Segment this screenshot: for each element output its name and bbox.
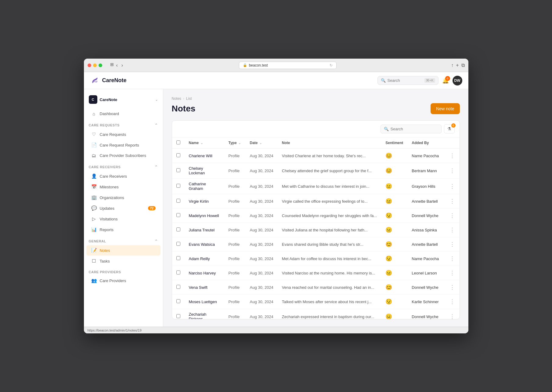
sidebar-item-label: Care Request Reports [100, 143, 139, 147]
cell-added-by-2: Grayson Hills [407, 179, 444, 194]
minimize-button[interactable] [93, 64, 97, 67]
row-checkbox-5[interactable] [176, 227, 180, 231]
app-layout: CareNote 🔍 ⌘+K 🔔 0 DW C [84, 72, 468, 333]
sidebar-org[interactable]: C CareNote ⌄ [84, 93, 163, 106]
table-search[interactable]: 🔍 [381, 125, 442, 133]
user-avatar[interactable]: DW [453, 76, 462, 85]
general-collapse-button[interactable]: ⌃ [154, 239, 158, 244]
cell-type-10: Profile [224, 295, 246, 309]
sidebar-item-dashboard[interactable]: ⌂ Dashboard [86, 109, 161, 119]
tabs-icon[interactable]: ⧉ [461, 63, 465, 68]
row-actions-button-9[interactable]: ⋮ [448, 283, 456, 291]
dashboard-icon: ⌂ [91, 111, 97, 116]
table-row: Chelsey Lockman Profile Aug 30, 2024 Che… [172, 163, 460, 179]
row-checkbox-6[interactable] [176, 242, 180, 246]
row-checkbox-1[interactable] [176, 168, 180, 172]
row-checkbox-8[interactable] [176, 270, 180, 274]
care-requests-collapse-button[interactable]: ⌃ [154, 123, 158, 128]
back-button[interactable]: ‹ [115, 62, 119, 69]
add-tab-icon[interactable]: + [456, 63, 459, 68]
search-input[interactable] [388, 78, 423, 83]
breadcrumb: Notes › List [172, 96, 460, 101]
reports-icon: 📊 [91, 227, 97, 232]
row-actions-button-0[interactable]: ⋮ [448, 152, 456, 160]
breadcrumb-root[interactable]: Notes [172, 96, 181, 101]
sidebar-item-care-provider-subscribers[interactable]: 🗂 Care Provider Subscribers [86, 151, 161, 161]
row-actions-button-6[interactable]: ⋮ [448, 240, 456, 248]
cell-sentiment-10: 😟 [381, 295, 407, 309]
logo-icon [90, 76, 100, 85]
sidebar-toggle-icon[interactable]: ⊞ [110, 62, 114, 69]
table-search-input[interactable] [391, 127, 438, 131]
row-actions-button-8[interactable]: ⋮ [448, 269, 456, 277]
row-checkbox-7[interactable] [176, 256, 180, 260]
care-receivers-collapse-button[interactable]: ⌃ [154, 165, 158, 169]
sentiment-icon-3: 😐 [385, 198, 392, 204]
new-note-button[interactable]: New note [431, 103, 460, 114]
row-actions-button-11[interactable]: ⋮ [448, 313, 456, 319]
col-header-type[interactable]: Type ⌄ [224, 137, 246, 149]
sidebar-item-care-providers[interactable]: 👥 Care Providers [86, 275, 161, 286]
close-button[interactable] [88, 64, 91, 67]
sidebar-item-updates[interactable]: 💬 Updates 72 [86, 203, 161, 213]
share-icon[interactable]: ↑ [451, 63, 453, 68]
updates-icon: 💬 [91, 205, 97, 211]
notes-icon: 📝 [91, 248, 97, 253]
sidebar-item-visitations[interactable]: ▷ Visitations [86, 214, 161, 224]
row-actions-button-3[interactable]: ⋮ [448, 197, 456, 205]
cell-note-4: Counseled Madelynn regarding her struggl… [278, 209, 381, 223]
sidebar-item-tasks[interactable]: ☐ Tasks [86, 256, 161, 266]
row-checkbox-9[interactable] [176, 285, 180, 289]
table-row: Zechariah Dickens Profile Aug 30, 2024 Z… [172, 309, 460, 319]
app-header: CareNote 🔍 ⌘+K 🔔 0 DW [84, 72, 468, 89]
table-row: Virgie Kirlin Profile Aug 30, 2024 Virgi… [172, 194, 460, 209]
sort-name-icon: ⌄ [200, 141, 203, 145]
col-header-sentiment: Sentiment [381, 137, 407, 149]
org-chevron-icon: ⌄ [155, 97, 158, 102]
header-search[interactable]: 🔍 ⌘+K [377, 76, 438, 85]
sidebar-item-label: Updates [100, 206, 114, 211]
row-actions-button-1[interactable]: ⋮ [448, 167, 456, 175]
row-checkbox-0[interactable] [176, 153, 180, 157]
col-header-date[interactable]: Date ⌄ [246, 137, 278, 149]
row-actions-button-4[interactable]: ⋮ [448, 212, 456, 220]
sidebar-item-reports[interactable]: 📊 Reports [86, 224, 161, 235]
row-checkbox-2[interactable] [176, 184, 180, 188]
row-checkbox-11[interactable] [176, 314, 180, 318]
breadcrumb-separator: › [183, 96, 184, 101]
url-bar[interactable]: 🔒 beacon.test ↻ [239, 62, 337, 69]
sidebar-item-notes[interactable]: 📝 Notes [86, 245, 161, 256]
row-checkbox-10[interactable] [176, 299, 180, 303]
row-actions-button-10[interactable]: ⋮ [448, 298, 456, 306]
table-body: Charlene Will Profile Aug 30, 2024 Visit… [172, 149, 460, 319]
reload-icon[interactable]: ↻ [330, 63, 333, 67]
table-row: Madelynn Howell Profile Aug 30, 2024 Cou… [172, 209, 460, 223]
sentiment-icon-0: 😊 [385, 153, 392, 159]
sidebar-item-milestones[interactable]: 📅 Milestones [86, 182, 161, 192]
cell-added-by-4: Donnell Wyche [407, 209, 444, 223]
cell-actions-4: ⋮ [444, 209, 459, 223]
sidebar-item-care-requests[interactable]: ♡ Care Requests [86, 129, 161, 140]
col-header-name[interactable]: Name ⌄ [185, 137, 224, 149]
sidebar-item-organizations[interactable]: 🏢 Organizations [86, 192, 161, 203]
row-checkbox-3[interactable] [176, 199, 180, 203]
filter-button[interactable]: ⚗ 0 [444, 124, 455, 133]
sentiment-icon-10: 😟 [385, 299, 392, 305]
row-actions-button-5[interactable]: ⋮ [448, 226, 456, 234]
row-actions-button-7[interactable]: ⋮ [448, 255, 456, 263]
sentiment-icon-6: 😊 [385, 241, 392, 247]
row-checkbox-4[interactable] [176, 213, 180, 217]
sidebar-item-care-request-reports[interactable]: 📄 Care Request Reports [86, 140, 161, 150]
forward-button[interactable]: › [120, 62, 124, 69]
select-all-checkbox[interactable] [176, 140, 180, 144]
care-providers-section: Care Providers [84, 267, 163, 275]
cell-type-11: Profile [224, 309, 246, 319]
row-actions-button-2[interactable]: ⋮ [448, 182, 456, 190]
cell-added-by-11: Donnell Wyche [407, 309, 444, 319]
maximize-button[interactable] [99, 64, 102, 67]
sidebar-item-care-receivers[interactable]: 👤 Care Receivers [86, 171, 161, 181]
cell-sentiment-5: 😐 [381, 223, 407, 237]
kbd-shortcut: ⌘+K [424, 78, 435, 83]
notification-button[interactable]: 🔔 0 [442, 77, 449, 84]
table-row: Moses Luettgen Profile Aug 30, 2024 Talk… [172, 295, 460, 309]
